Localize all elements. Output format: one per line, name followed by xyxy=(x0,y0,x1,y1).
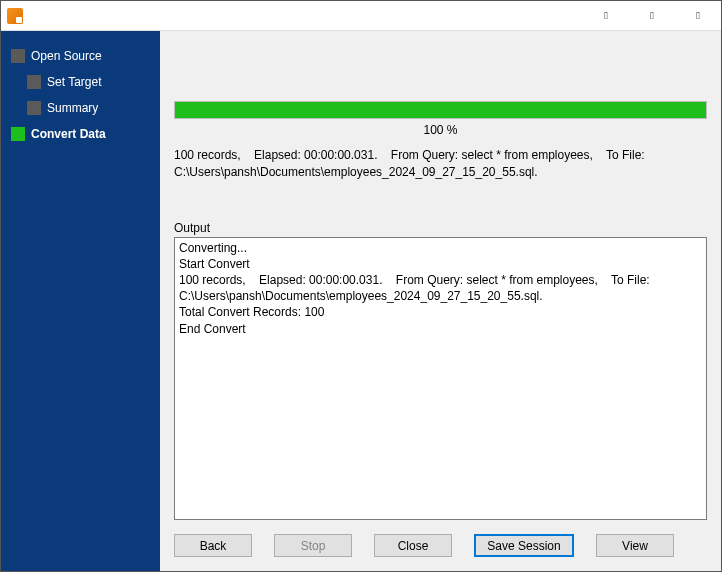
step-set-target[interactable]: Set Target xyxy=(1,69,160,95)
status-text: 100 records, Elapsed: 00:00:00.031. From… xyxy=(174,147,707,221)
step-open-source[interactable]: Open Source xyxy=(1,43,160,69)
titlebar:    xyxy=(1,1,721,31)
wizard-sidebar: Open Source Set Target Summary Convert D… xyxy=(1,31,160,571)
step-label: Open Source xyxy=(31,49,102,63)
window-controls:    xyxy=(583,1,721,31)
content-pane: 100 % 100 records, Elapsed: 00:00:00.031… xyxy=(160,31,721,571)
output-label: Output xyxy=(174,221,707,237)
progress-fill xyxy=(175,102,706,118)
close-button-action[interactable]: Close xyxy=(374,534,452,557)
step-label: Summary xyxy=(47,101,98,115)
stop-button[interactable]: Stop xyxy=(274,534,352,557)
progress-section: 100 % xyxy=(174,101,707,147)
button-bar: Back Stop Close Save Session View xyxy=(160,524,721,571)
close-button[interactable]:  xyxy=(675,1,721,31)
step-indicator-icon xyxy=(11,127,25,141)
step-indicator-icon xyxy=(27,75,41,89)
progress-bar xyxy=(174,101,707,119)
output-log[interactable]: Converting... Start Convert 100 records,… xyxy=(174,237,707,520)
step-summary[interactable]: Summary xyxy=(1,95,160,121)
minimize-button[interactable]:  xyxy=(583,1,629,31)
back-button[interactable]: Back xyxy=(174,534,252,557)
progress-percent: 100 % xyxy=(174,119,707,147)
save-session-button[interactable]: Save Session xyxy=(474,534,574,557)
step-label: Convert Data xyxy=(31,127,106,141)
step-label: Set Target xyxy=(47,75,101,89)
step-convert-data[interactable]: Convert Data xyxy=(1,121,160,147)
maximize-button[interactable]:  xyxy=(629,1,675,31)
app-icon xyxy=(7,8,23,24)
view-button[interactable]: View xyxy=(596,534,674,557)
step-indicator-icon xyxy=(27,101,41,115)
step-indicator-icon xyxy=(11,49,25,63)
